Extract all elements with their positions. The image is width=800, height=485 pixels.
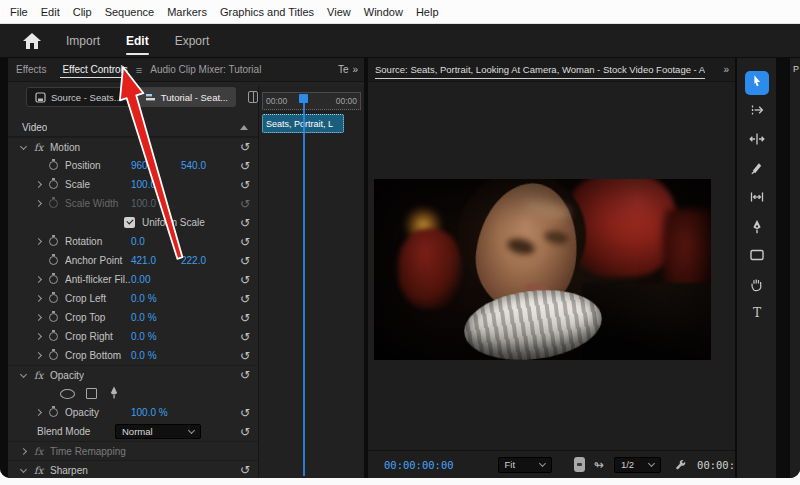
menu-item-graphics-and-titles[interactable]: Graphics and Titles xyxy=(220,6,314,18)
settings-wrench-icon[interactable] xyxy=(675,458,687,472)
workspace-tab-import[interactable]: Import xyxy=(66,28,100,54)
chevron-right-icon[interactable] xyxy=(35,352,42,359)
param-value[interactable]: 100.0 xyxy=(131,179,181,190)
chevron-right-icon[interactable] xyxy=(35,181,42,188)
menu-item-clip[interactable]: Clip xyxy=(73,6,92,18)
rectangle-tool[interactable] xyxy=(745,245,769,269)
stopwatch-icon[interactable] xyxy=(49,275,58,284)
chevron-right-icon[interactable] xyxy=(35,314,42,321)
stopwatch-icon[interactable] xyxy=(49,408,58,417)
playback-resolution-dropdown[interactable]: 1/2 xyxy=(614,457,661,473)
reset-parameter-button[interactable]: ↺ xyxy=(240,274,250,286)
menu-item-edit[interactable]: Edit xyxy=(41,6,60,18)
zoom-level-dropdown[interactable]: Fit xyxy=(498,457,552,473)
param-value[interactable]: 0.0 % xyxy=(131,350,181,361)
hand-tool[interactable] xyxy=(745,274,769,298)
chevron-down-icon[interactable] xyxy=(20,142,27,149)
split-view-toggle-icon[interactable] xyxy=(248,91,258,103)
reset-parameter-button[interactable]: ↺ xyxy=(240,179,250,191)
param-value[interactable]: 540.0 xyxy=(181,160,231,171)
reset-parameter-button[interactable]: ↺ xyxy=(240,160,250,172)
chevron-right-icon[interactable] xyxy=(35,295,42,302)
ripple-edit-tool[interactable] xyxy=(745,129,769,153)
param-value[interactable]: 0.00 xyxy=(131,274,181,285)
razor-tool[interactable] xyxy=(745,158,769,182)
tab-effect-controls[interactable]: Effect Controls xyxy=(54,58,135,81)
menu-item-file[interactable]: File xyxy=(10,6,28,18)
param-value[interactable]: 222.0 xyxy=(181,255,231,266)
menu-item-markers[interactable]: Markers xyxy=(167,6,207,18)
reset-parameter-button[interactable]: ↺ xyxy=(240,255,250,267)
param-value[interactable]: 960.0 xyxy=(131,160,181,171)
sequence-clip-button[interactable]: Tutorial - Seat... xyxy=(137,87,236,107)
tab-source-monitor[interactable]: Source: Seats, Portrait, Looking At Came… xyxy=(375,64,705,79)
home-icon[interactable] xyxy=(22,32,42,50)
source-clip-button[interactable]: Source - Seats... xyxy=(26,87,131,107)
program-monitor-panel-edge[interactable]: P xyxy=(789,58,800,478)
uniform-scale-checkbox[interactable] xyxy=(124,217,135,228)
reset-parameter-button[interactable]: ↺ xyxy=(240,369,250,381)
position-timecode[interactable]: 00:00:00:00 xyxy=(384,459,454,471)
stopwatch-icon[interactable] xyxy=(49,237,58,246)
tab-effects[interactable]: Effects xyxy=(8,58,54,81)
drag-video-icon[interactable] xyxy=(574,457,585,472)
workspace-tab-export[interactable]: Export xyxy=(175,28,210,54)
tab-overflow-truncated[interactable]: Te xyxy=(338,64,349,75)
monitor-overflow-chevrons-icon[interactable]: » xyxy=(723,64,735,75)
selection-tool[interactable] xyxy=(745,71,769,95)
stopwatch-icon[interactable] xyxy=(49,161,58,170)
reset-parameter-button[interactable]: ↺ xyxy=(240,141,250,153)
reset-parameter-button[interactable]: ↺ xyxy=(240,464,250,476)
reset-parameter-button[interactable]: ↺ xyxy=(240,198,250,210)
menu-item-view[interactable]: View xyxy=(327,6,351,18)
playhead-line[interactable] xyxy=(303,96,305,476)
param-value[interactable]: 0.0 xyxy=(131,236,181,247)
track-select-forward-tool[interactable] xyxy=(745,100,769,124)
reset-parameter-button[interactable]: ↺ xyxy=(240,350,250,362)
menu-item-window[interactable]: Window xyxy=(364,6,403,18)
stopwatch-icon[interactable] xyxy=(49,180,58,189)
collapse-icon[interactable] xyxy=(240,125,248,130)
chevron-right-icon[interactable] xyxy=(35,238,42,245)
reset-parameter-button[interactable]: ↺ xyxy=(240,217,250,229)
tab-overflow-chevrons-icon[interactable]: » xyxy=(352,64,358,75)
stopwatch-icon[interactable] xyxy=(49,313,58,322)
mask-rectangle-icon[interactable] xyxy=(86,388,97,399)
blend-mode-dropdown[interactable]: Normal xyxy=(115,424,201,439)
reset-parameter-button[interactable]: ↺ xyxy=(240,407,250,419)
chevron-right-icon[interactable] xyxy=(35,333,42,340)
reset-parameter-button[interactable]: ↺ xyxy=(240,426,250,438)
chevron-down-icon[interactable] xyxy=(20,465,27,472)
stopwatch-icon[interactable] xyxy=(49,332,58,341)
chevron-right-icon[interactable] xyxy=(20,447,27,454)
timeline-ruler[interactable]: 00:00 00:00 xyxy=(262,92,361,110)
param-value[interactable]: 100.0 xyxy=(131,198,181,209)
pen-tool[interactable] xyxy=(745,216,769,240)
workspace-tab-edit[interactable]: Edit xyxy=(126,28,149,54)
chevron-right-icon[interactable] xyxy=(35,409,42,416)
chevron-right-icon[interactable] xyxy=(35,200,42,207)
reset-parameter-button[interactable]: ↺ xyxy=(240,331,250,343)
menu-item-help[interactable]: Help xyxy=(416,6,439,18)
param-value[interactable]: 421.0 xyxy=(131,255,181,266)
param-value[interactable]: 0.0 % xyxy=(131,331,181,342)
drag-audio-icon[interactable]: ↬ xyxy=(594,458,602,472)
type-tool[interactable]: T xyxy=(745,303,769,327)
playhead-handle[interactable] xyxy=(299,94,308,103)
reset-parameter-button[interactable]: ↺ xyxy=(240,312,250,324)
chevron-right-icon[interactable] xyxy=(35,276,42,283)
tab-audio-clip-mixer[interactable]: Audio Clip Mixer: Tutorial xyxy=(142,58,269,81)
param-value[interactable]: 0.0 % xyxy=(131,293,181,304)
param-value[interactable]: 0.0 % xyxy=(131,312,181,323)
reset-parameter-button[interactable]: ↺ xyxy=(240,293,250,305)
mask-pen-icon[interactable] xyxy=(108,386,120,401)
stopwatch-icon[interactable] xyxy=(49,199,58,208)
stopwatch-icon[interactable] xyxy=(49,294,58,303)
stopwatch-icon[interactable] xyxy=(49,351,58,360)
video-preview-frame[interactable] xyxy=(374,179,711,360)
stopwatch-icon[interactable] xyxy=(49,256,58,265)
mask-ellipse-icon[interactable] xyxy=(60,389,75,399)
slip-tool[interactable] xyxy=(745,187,769,211)
menu-item-sequence[interactable]: Sequence xyxy=(105,6,155,18)
chevron-down-icon[interactable] xyxy=(20,370,27,377)
